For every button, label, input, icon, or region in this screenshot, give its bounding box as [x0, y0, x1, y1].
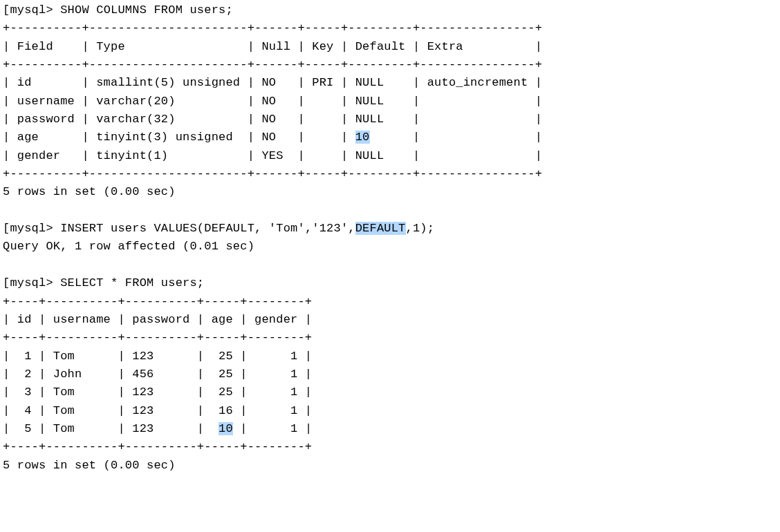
table-header: | id | username | password | age | gende… [3, 313, 312, 326]
table-row: | 4 | Tom | 123 | 16 | 1 | [3, 404, 312, 417]
prompt: [mysql> [3, 222, 53, 235]
highlighted-age: 10 [219, 422, 233, 435]
table-header: | Field | Type | Null | Key | Default | … [3, 40, 542, 53]
table-border: +----------+----------------------+-----… [3, 58, 542, 71]
table-border: +----------+----------------------+-----… [3, 21, 542, 35]
table-border: +----+----------+----------+-----+------… [3, 440, 312, 453]
table-row: | 2 | John | 456 | 25 | 1 | [3, 368, 312, 381]
table-row: | id | smallint(5) unsigned | NO | PRI |… [3, 76, 542, 89]
prompt: [mysql> [3, 276, 53, 289]
table-border: +----+----------+----------+-----+------… [3, 295, 312, 308]
table-row: | gender | tinyint(1) | YES | | NULL | | [3, 149, 542, 162]
highlighted-default: 10 [355, 131, 370, 144]
terminal-output: [mysql> SHOW COLUMNS FROM users; +------… [3, 1, 777, 475]
summary-line: 5 rows in set (0.00 sec) [3, 459, 176, 472]
result-line: Query OK, 1 row affected (0.01 sec) [3, 240, 254, 253]
highlighted-default-keyword: DEFAULT [355, 222, 406, 235]
table-row: | 5 | Tom | 123 | 10 | 1 | [3, 422, 312, 435]
table-border: +----+----------+----------+-----+------… [3, 331, 312, 344]
prompt: [mysql> [3, 3, 53, 17]
summary-line: 5 rows in set (0.00 sec) [3, 185, 176, 198]
table-border: +----------+----------------------+-----… [3, 167, 542, 180]
table-row: | 1 | Tom | 123 | 25 | 1 | [3, 350, 312, 363]
query-line: SHOW COLUMNS FROM users; [60, 3, 233, 17]
query-line: SELECT * FROM users; [60, 276, 204, 289]
table-row: | username | varchar(20) | NO | | NULL |… [3, 95, 542, 108]
table-row: | age | tinyint(3) unsigned | NO | | 10 … [3, 131, 542, 144]
table-row: | password | varchar(32) | NO | | NULL |… [3, 113, 542, 126]
query-line: INSERT users VALUES(DEFAULT, 'Tom','123'… [60, 222, 434, 235]
table-row: | 3 | Tom | 123 | 25 | 1 | [3, 386, 312, 399]
